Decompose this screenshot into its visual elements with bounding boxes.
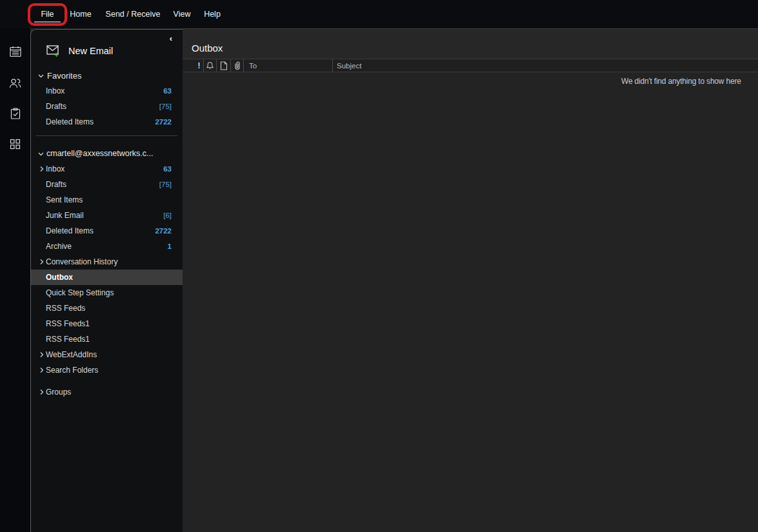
new-email-icon	[46, 44, 61, 58]
account-section-header[interactable]: cmartell@axxessnetworks.c...	[31, 146, 183, 161]
app-rail	[0, 0, 30, 532]
menu-bar: File Home Send / Receive View Help	[0, 0, 758, 28]
chevron-right-icon	[39, 389, 45, 395]
page-icon	[220, 61, 228, 70]
folder-search-folders[interactable]: Search Folders	[31, 362, 183, 378]
unread-count: 63	[163, 165, 183, 173]
column-attachment[interactable]	[231, 59, 244, 72]
tasks-icon	[10, 108, 21, 119]
folder-groups[interactable]: Groups	[31, 384, 183, 400]
column-subject[interactable]: Subject	[333, 59, 758, 72]
folder-rss-feeds[interactable]: RSS Feeds	[31, 300, 183, 316]
paperclip-icon	[234, 61, 241, 70]
rail-item-people[interactable]	[0, 72, 30, 94]
chevron-right-icon	[39, 351, 45, 358]
item-count: [75]	[159, 103, 183, 110]
folder-webextaddins[interactable]: WebExtAddIns	[31, 347, 183, 362]
rail-item-apps[interactable]	[0, 133, 30, 155]
menu-item-home[interactable]: Home	[69, 0, 92, 28]
item-count: [75]	[159, 181, 183, 188]
folder-junk-email[interactable]: Junk Email [6]	[31, 208, 183, 223]
chevron-right-icon	[39, 367, 45, 373]
column-reminder[interactable]	[204, 59, 217, 72]
folder-favorites-deleted-items[interactable]: Deleted Items 2722	[31, 114, 183, 130]
message-list-empty-area: We didn't find anything to show here	[183, 73, 758, 532]
unread-count: 63	[163, 87, 183, 95]
collapse-pane-icon[interactable]: ‹	[166, 34, 176, 44]
folder-pane: ‹ New Email Favorites Inbox 63 Drafts [7…	[30, 29, 183, 532]
empty-state-message: We didn't find anything to show here	[621, 77, 741, 86]
folder-quick-step-settings[interactable]: Quick Step Settings	[31, 285, 183, 300]
folder-drafts[interactable]: Drafts [75]	[31, 177, 183, 192]
chevron-right-icon	[39, 166, 45, 172]
message-list-header: ! To Subject	[183, 59, 758, 72]
folder-conversation-history[interactable]: Conversation History	[31, 254, 183, 270]
menu-item-send-receive[interactable]: Send / Receive	[103, 0, 163, 28]
column-importance[interactable]: !	[195, 59, 204, 72]
favorites-section-header[interactable]: Favorites	[31, 68, 183, 83]
item-count: 2722	[155, 227, 183, 235]
file-tab-underline	[34, 21, 61, 23]
section-divider	[36, 135, 177, 136]
chevron-down-icon	[37, 72, 45, 79]
annotation-highlight-box: File	[28, 3, 67, 26]
apps-grid-icon	[10, 139, 21, 150]
account-title: cmartell@axxessnetworks.c...	[46, 149, 154, 158]
menu-item-help[interactable]: Help	[202, 0, 223, 28]
bell-icon	[206, 61, 214, 70]
unread-count: 1	[168, 242, 183, 250]
message-list-pane: Outbox !	[183, 28, 758, 532]
folder-favorites-inbox[interactable]: Inbox 63	[31, 83, 183, 99]
rail-item-calendar[interactable]	[0, 41, 30, 63]
menu-item-view[interactable]: View	[172, 0, 192, 28]
folder-inbox[interactable]: Inbox 63	[31, 161, 183, 177]
folder-sent-items[interactable]: Sent Items	[31, 192, 183, 208]
folder-deleted-items[interactable]: Deleted Items 2722	[31, 223, 183, 239]
chevron-down-icon	[37, 150, 45, 157]
new-email-label: New Email	[68, 46, 113, 56]
item-count: 2722	[155, 118, 183, 126]
folder-archive[interactable]: Archive 1	[31, 239, 183, 254]
people-icon	[9, 77, 21, 88]
menu-item-file[interactable]: File	[30, 6, 65, 23]
folder-rss-feeds1-b[interactable]: RSS Feeds1	[31, 331, 183, 347]
column-to[interactable]: To	[244, 59, 333, 72]
page-title: Outbox	[192, 43, 223, 54]
chevron-right-icon	[39, 259, 45, 265]
folder-outbox-selected[interactable]: Outbox	[31, 270, 183, 285]
folder-rss-feeds1[interactable]: RSS Feeds1	[31, 316, 183, 331]
folder-favorites-drafts[interactable]: Drafts [75]	[31, 99, 183, 114]
calendar-icon	[10, 46, 21, 57]
favorites-title: Favorites	[47, 71, 81, 81]
importance-icon: !	[198, 61, 201, 70]
rail-item-tasks[interactable]	[0, 103, 30, 124]
column-item-type[interactable]	[217, 59, 231, 72]
item-count: [6]	[163, 212, 183, 219]
new-email-button[interactable]: New Email	[46, 39, 183, 63]
